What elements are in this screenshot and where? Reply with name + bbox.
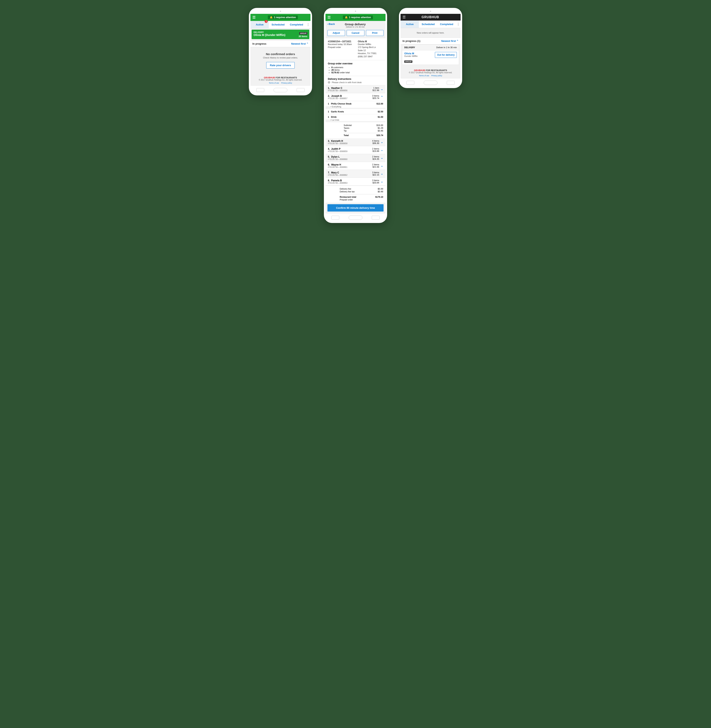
customer-name: Olivia M [404,52,418,55]
bell-icon: 🔔 [270,16,273,19]
delivery-fees: Delivery fee$5.99 Delivery fee tax$0.48 … [326,186,385,203]
chevron-down-icon: ⌄ [381,180,383,183]
attention-text: 1 requires attention [349,16,371,19]
footer: GRUBHUB FOR RESTAURANTS © 2017 Grubhub H… [251,74,310,86]
chevron-up-icon: ⌃ [381,95,383,99]
copyright: © 2017 Grubhub Holdings Inc. All rights … [252,79,308,81]
delivery-card[interactable]: DELIVERY Olivia M (Dunder Mifflin) GROUP… [252,30,309,39]
menu-icon[interactable]: ☰ [403,15,406,19]
confirm-button[interactable]: Confirm 90 minute delivery time [327,204,384,211]
empty-title: No confirmed orders [253,52,308,56]
info-icon: i [328,81,330,84]
rate-drivers-button[interactable]: Rate your drivers [266,62,295,68]
tab-completed[interactable]: Completed [437,21,456,28]
copyright: © 2017 Grubhub Holdings Inc. All rights … [403,71,459,74]
back-button[interactable]: ‹ Back [327,22,335,25]
out-for-delivery-button[interactable]: Out for delivery [435,52,457,58]
empty-subtitle: Check History to review past orders. [253,56,308,59]
android-nav [401,78,460,86]
tab-active[interactable]: Active 1 [251,21,269,28]
nav-recent-icon[interactable] [331,216,339,220]
privacy-link[interactable]: Privacy policy [431,75,442,77]
person-row[interactable]: 3. Kenneth H#70135730—30688584 items$36.… [326,138,385,146]
nav-recent-icon[interactable] [406,81,415,85]
bell-icon: 🔔 [345,16,348,19]
customer-info: Olivia M Dunder Mifflin 172 Spring Bird … [358,40,377,58]
nav-back-icon[interactable] [372,216,380,220]
person-totals: Subtotal$16.00Taxes$1.28Tip$3.46Total$20… [326,122,385,138]
print-button[interactable]: Print [366,30,384,36]
terms-link[interactable]: Terms of use [419,75,429,77]
item-count: 20 items [299,35,307,37]
grubhub-logo: GRUBHUB [406,15,455,19]
attention-text: 1 requires attention [274,16,296,19]
tab-more-icon[interactable]: ⋮ [456,21,460,28]
group-overview: Group order overview 8 customers 20 item… [326,60,385,76]
tab-active[interactable]: Active [401,21,419,28]
sort-button[interactable]: Newest first ⌃ [441,40,459,43]
attention-pill[interactable]: 🔔 1 requires attention [343,15,373,19]
android-nav [326,214,385,221]
tabs: Active Scheduled Completed ⋮ [401,21,460,28]
attention-bar: ☰ 🔔 1 requires attention [251,14,310,21]
person-row[interactable]: 5. Dylan L#70135730—30688602 items$24.35… [326,154,385,162]
footer: GRUBHUB FOR RESTAURANTS © 2017 Grubhub H… [401,66,460,78]
tab-completed[interactable]: Completed [288,21,306,28]
group-badge: GROUP [299,32,307,35]
person-row[interactable]: 4. Judith P#70135730—30688592 items$19.8… [326,146,385,154]
nav-back-icon[interactable] [296,88,305,92]
sort-button[interactable]: Newest first ⌃ [291,42,308,45]
company-name: Dunder Mifflin [404,55,418,57]
chevron-up-icon: ⌃ [456,40,459,43]
android-nav [251,86,310,93]
item-modifier: La Croix [330,119,385,121]
cancel-button[interactable]: Cancel [347,30,364,36]
new-orders-message: New orders will appear here. [401,28,460,37]
terms-link[interactable]: Terms of use [269,82,279,84]
tab-scheduled[interactable]: Scheduled [419,21,437,28]
tab-more-icon[interactable]: ⋮ [306,21,310,28]
order-card[interactable]: DELIVERY Deliver in 1 hr 30 min Olivia M… [402,44,459,65]
item-modifier: Everything [330,106,385,108]
order-info: #15560154—1871821 Received today 10:30am… [328,40,352,58]
order-type: DELIVERY [404,46,415,49]
person-row[interactable]: 7. Mary C#70135730—30688623 items$22.15⌄ [326,170,385,178]
nav-recent-icon[interactable] [256,88,264,92]
group-badge: GROUP [404,61,412,63]
section-header: In progress (1) Newest first ⌃ [401,37,460,44]
empty-state: No confirmed orders Check History to rev… [251,47,310,74]
section-title: In progress (1) [403,40,420,43]
tab-badge: 1 [265,20,268,23]
nav-home-icon[interactable] [348,216,363,220]
nav-home-icon[interactable] [423,81,437,85]
section-header: In progress Newest first ⌃ [251,40,310,47]
delivery-instructions: Delivery instructions i Please check in … [326,76,385,85]
section-title: In progress [252,42,266,45]
chevron-down-icon: ⌄ [381,156,383,159]
person-row[interactable]: 6. Wayne H#70135730—30688612 items$21.56… [326,162,385,170]
menu-icon[interactable]: ☰ [252,16,255,19]
person-row[interactable]: 2. Joseph B#70135730—30688573 items$20.7… [326,93,385,101]
adjust-button[interactable]: Adjust [327,30,345,36]
chevron-down-icon: ⌄ [381,148,383,152]
nav-home-icon[interactable] [274,88,288,92]
nav-back-icon[interactable] [447,81,455,85]
order-eta: Deliver in 1 hr 30 min [436,46,457,49]
attention-bar: ☰ 🔔 1 requires attention [326,14,385,21]
page-title: Group delivery [335,22,376,26]
tab-scheduled[interactable]: Scheduled [269,21,287,28]
page-subtitle: Deliver in 1 hr 30 min [335,26,376,28]
delivery-type: DELIVERY [254,31,285,33]
attention-pill[interactable]: 🔔 1 requires attention [268,15,298,19]
chevron-up-icon: ⌃ [306,42,308,45]
chevron-down-icon: ⌄ [381,164,383,167]
person-row[interactable]: 1. Heather C#70135730—30688561 item$12.9… [326,85,385,93]
person-row[interactable]: 8. Pamela B#70135730—30688633 items$20.8… [326,178,385,186]
menu-icon[interactable]: ☰ [327,16,330,19]
tabs: Active 1 Scheduled Completed ⋮ [251,21,310,28]
order-item: 1Garlic Knots$2.50 [326,109,385,114]
chevron-down-icon: ⌄ [381,172,383,175]
chevron-left-icon: ‹ [327,22,328,25]
chevron-down-icon: ⌄ [381,140,383,143]
privacy-link[interactable]: Privacy policy [281,82,292,84]
